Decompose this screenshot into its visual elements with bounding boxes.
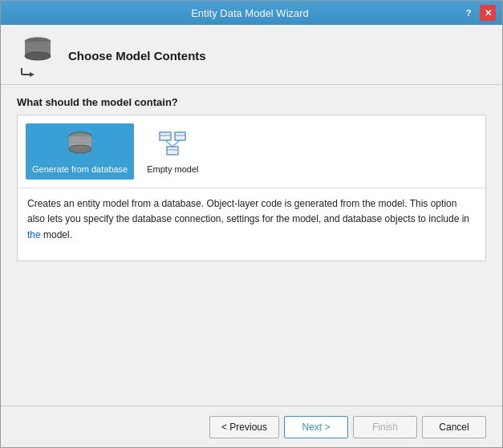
- description-area: Creates an entity model from a database.…: [18, 188, 485, 260]
- svg-line-21: [172, 140, 180, 147]
- svg-point-11: [69, 145, 91, 153]
- title-bar-controls: ? ✕: [460, 5, 496, 21]
- header-icon: [17, 36, 59, 75]
- next-button[interactable]: Next >: [284, 416, 348, 438]
- help-button[interactable]: ?: [460, 5, 477, 21]
- close-button[interactable]: ✕: [480, 5, 496, 21]
- section-label: What should the model contain?: [17, 96, 486, 108]
- svg-line-20: [165, 140, 172, 147]
- empty-model-icon: [156, 128, 189, 160]
- db-choice-icon: [64, 128, 96, 160]
- svg-point-2: [25, 52, 51, 60]
- finish-button[interactable]: Finish: [353, 416, 417, 438]
- empty-model-label: Empty model: [147, 163, 198, 175]
- choice-generate-from-db[interactable]: Generate from database: [26, 123, 134, 180]
- model-panel: Generate from database: [17, 115, 486, 261]
- page-title: Choose Model Contents: [68, 49, 206, 63]
- wizard-header: Choose Model Contents: [1, 25, 502, 85]
- previous-button[interactable]: < Previous: [209, 416, 279, 438]
- window-title: Entity Data Model Wizard: [39, 7, 460, 19]
- choices-row: Generate from database: [18, 115, 485, 188]
- svg-rect-16: [175, 132, 185, 140]
- svg-rect-18: [167, 147, 178, 155]
- main-content: What should the model contain?: [1, 85, 502, 406]
- button-bar: < Previous Next > Finish Cancel: [1, 406, 502, 447]
- choice-empty-model[interactable]: Empty model: [140, 123, 205, 180]
- svg-marker-8: [30, 72, 34, 77]
- generate-db-label: Generate from database: [32, 163, 128, 175]
- cancel-button[interactable]: Cancel: [422, 416, 486, 438]
- highlight-text: the: [27, 229, 41, 240]
- title-bar: Entity Data Model Wizard ? ✕: [1, 1, 502, 25]
- description-text: Creates an entity model from a database.…: [27, 198, 469, 240]
- wizard-window: Entity Data Model Wizard ? ✕: [0, 0, 503, 448]
- svg-rect-14: [160, 132, 171, 140]
